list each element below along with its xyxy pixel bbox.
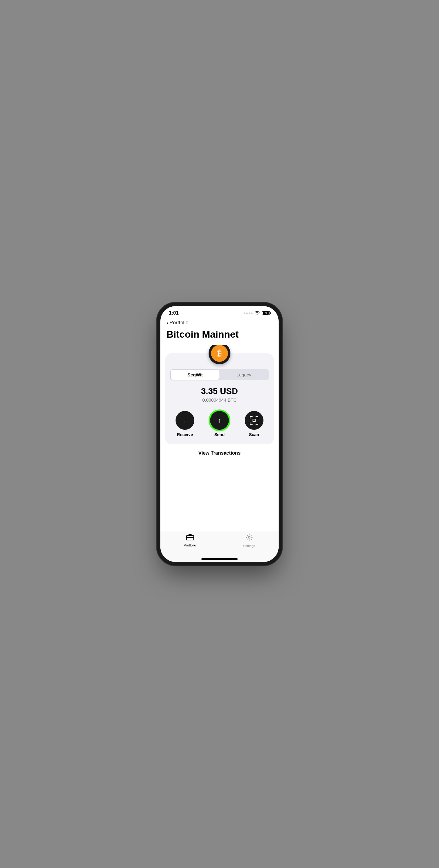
tab-settings[interactable]: Settings [220, 534, 279, 548]
back-chevron-icon: ‹ [167, 319, 168, 326]
settings-tab-icon [245, 534, 253, 543]
portfolio-tab-icon [186, 534, 194, 542]
send-action[interactable]: Send [210, 411, 229, 437]
qr-corner-br [256, 422, 258, 425]
scan-label: Scan [249, 432, 259, 437]
signal-dot-2 [246, 312, 248, 314]
status-time: 1:01 [169, 310, 179, 316]
wallet-card: ₿ SegWit Legacy 3.35 USD 0.00004944 BTC … [165, 353, 274, 444]
qr-scan-icon [250, 416, 258, 425]
actions-row: Receive Send [165, 411, 274, 437]
signal-dot-1 [244, 312, 245, 314]
tab-portfolio[interactable]: Portfolio [160, 534, 220, 547]
scan-action[interactable]: Scan [245, 411, 263, 437]
segment-control: SegWit Legacy [170, 369, 269, 380]
home-bar [201, 558, 238, 560]
status-icons: 77 [244, 311, 270, 315]
view-transactions-link[interactable]: View Transactions [198, 451, 240, 456]
receive-action[interactable]: Receive [176, 411, 194, 437]
btc-icon-wrapper: ₿ [209, 345, 230, 364]
balance-btc: 0.00004944 BTC [202, 397, 236, 402]
segment-legacy[interactable]: Legacy [220, 370, 268, 380]
back-label: Portfolio [170, 320, 188, 326]
status-bar: 1:01 77 [160, 306, 279, 318]
qr-inner [253, 419, 256, 422]
home-indicator [160, 556, 279, 562]
tab-bar: Portfolio Settings [160, 531, 279, 556]
signal-dot-3 [248, 312, 250, 314]
svg-point-3 [248, 536, 250, 538]
balance-usd: 3.35 USD [201, 386, 238, 396]
segment-segwit[interactable]: SegWit [171, 370, 220, 380]
nav-back[interactable]: ‹ Portfolio [160, 318, 279, 327]
battery-level: 77 [265, 312, 267, 315]
wifi-icon [254, 311, 260, 315]
page-title: Bitcoin Mainnet [160, 327, 279, 345]
arrow-up-icon [218, 416, 221, 424]
receive-button[interactable] [176, 411, 194, 430]
btc-icon: ₿ [211, 345, 228, 362]
qr-corner-bl [250, 422, 253, 425]
signal-dot-4 [251, 312, 253, 314]
send-label: Send [214, 432, 225, 437]
settings-tab-label: Settings [243, 544, 255, 548]
main-content: ₿ SegWit Legacy 3.35 USD 0.00004944 BTC … [160, 345, 279, 531]
qr-corner-tr [256, 416, 258, 419]
receive-label: Receive [177, 432, 193, 437]
scan-button[interactable] [245, 411, 263, 430]
signal-dots-icon [244, 312, 253, 314]
qr-corner-tl [250, 416, 253, 419]
arrow-down-icon [183, 416, 187, 424]
portfolio-tab-label: Portfolio [184, 544, 196, 547]
svg-rect-0 [186, 535, 194, 540]
send-button[interactable] [210, 411, 229, 430]
battery-icon: 77 [262, 311, 270, 315]
phone-shell: 1:01 77 ‹ Portfolio Bitcoin Mainnet [160, 306, 279, 562]
